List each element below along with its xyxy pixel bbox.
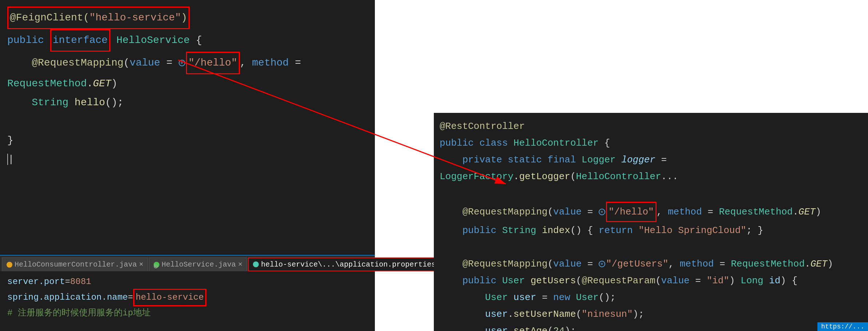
code-line-2: public interface HelloService { — [7, 29, 368, 52]
code-line-7: | — [7, 150, 368, 169]
tab-hello-consumer-controller[interactable]: HelloConsumerController.java × — [2, 257, 148, 271]
tab-icon-java-2: ⊙ — [154, 262, 159, 268]
right-line-2: public class HelloController { — [440, 135, 862, 151]
code-line-3: @RequestMapping(value = ⊕"/hello", metho… — [7, 52, 368, 93]
globe-icon-2: ⊕ — [599, 209, 605, 215]
get-method-3: GET — [810, 259, 828, 269]
value-param-2: value — [553, 206, 582, 217]
user-var-3: user — [485, 326, 508, 331]
value-param-3: value — [553, 259, 582, 269]
tab-close-2[interactable]: × — [238, 260, 242, 269]
method-param-2: method — [668, 206, 702, 217]
keyword-public-2: public — [440, 138, 474, 149]
globe-icon-1: ⊕ — [179, 60, 185, 66]
keyword-public-4: public — [462, 275, 496, 286]
keyword-new: new — [553, 292, 570, 303]
get-method-2: GET — [798, 206, 816, 217]
class-helloservice: HelloService — [116, 35, 190, 46]
left-code-panel: @FeignClient("hello-service") public int… — [0, 0, 375, 255]
status-bar: https://... — [817, 322, 868, 331]
right-line-3: private static final Logger logger = Log… — [440, 151, 862, 185]
tab-hello-service[interactable]: ⊙ HelloService.java × — [149, 257, 247, 271]
tab-label-1: HelloConsumerController.java — [15, 260, 137, 269]
props-line-2: spring.application.name=hello-service — [7, 289, 368, 306]
right-code-panel: @RestController public class HelloContro… — [434, 113, 868, 331]
code-line-4: String hello(); — [7, 93, 368, 112]
keyword-class: class — [479, 138, 508, 149]
prop-key-name: spring.application.name — [7, 292, 128, 302]
ninesun-string: "ninesun" — [582, 309, 633, 320]
hello-controller-ref: HelloController — [576, 171, 661, 182]
tab-icon-java — [7, 262, 12, 268]
globe-icon-3: ⊕ — [599, 261, 605, 267]
keyword-static: static — [508, 154, 542, 165]
user-constructor: User — [576, 292, 599, 303]
tab-bar: HelloConsumerController.java × ⊙ HelloSe… — [0, 255, 375, 271]
props-line-1: server.port=8081 — [7, 275, 368, 289]
keyword-private: private — [462, 154, 502, 165]
requestmethod-class: RequestMethod — [7, 78, 87, 89]
logger-var: logger — [621, 154, 655, 165]
hello-springcloud-string: "Hello SpringCloud" — [638, 225, 746, 236]
code-line-1: @FeignClient("hello-service") — [7, 7, 368, 29]
param-method: method — [252, 57, 289, 68]
logger-class: Logger — [582, 154, 616, 165]
requestmethod-2: RequestMethod — [719, 206, 793, 217]
index-method: index — [542, 225, 570, 236]
hello-path-box: "/hello" — [186, 52, 240, 74]
tab-label-2: HelloService.java — [162, 260, 236, 269]
user-class-ref: User — [485, 292, 508, 303]
right-code-area: @RestController public class HelloContro… — [434, 113, 868, 331]
tab-icon-props — [253, 261, 259, 267]
right-line-5: @RequestMapping(value = ⊕"/hello", metho… — [440, 202, 862, 222]
age-value: 24 — [553, 326, 564, 331]
user-var: user — [514, 292, 536, 303]
properties-panel: server.port=8081 spring.application.name… — [0, 271, 375, 331]
annotation-request-param: @RequestParam — [582, 275, 655, 286]
right-line-7 — [440, 239, 862, 256]
feign-client-box: @FeignClient("hello-service") — [7, 7, 190, 29]
right-line-4 — [440, 185, 862, 202]
keyword-interface-box: interface — [50, 29, 110, 52]
right-line-1: @RestController — [440, 118, 862, 135]
get-logger-method: getLogger — [519, 171, 570, 182]
right-line-12: user.setAge(24); — [440, 323, 862, 331]
set-username-method: setUserName — [514, 309, 576, 320]
code-line-5 — [7, 112, 368, 131]
annotation-rm-getusers: @RequestMapping — [462, 259, 547, 269]
right-line-10: User user = new User(); — [440, 289, 862, 306]
string-type: String — [32, 97, 68, 108]
annotation-requestmapping: @RequestMapping — [32, 57, 123, 68]
user-var-2: user — [485, 309, 508, 320]
string-return-type: String — [502, 225, 536, 236]
right-hello-path-box: "/hello" — [606, 202, 657, 222]
keyword-public-3: public — [462, 225, 496, 236]
value-param-4: value — [661, 275, 690, 286]
left-code-area: @FeignClient("hello-service") public int… — [0, 0, 375, 176]
right-line-8: @RequestMapping(value = ⊕"/getUsers", me… — [440, 256, 862, 272]
props-line-4 — [7, 320, 368, 331]
method-param-3: method — [680, 259, 714, 269]
requestmethod-3: RequestMethod — [731, 259, 805, 269]
set-age-method: setAge — [514, 326, 548, 331]
get-users-method: getUsers — [531, 275, 576, 286]
get-users-path: "/getUsers" — [606, 259, 669, 269]
keyword-return: return — [599, 225, 633, 236]
tab-close-1[interactable]: × — [139, 260, 143, 269]
class-hello-controller: HelloController — [514, 138, 599, 149]
annotation-feign: @FeignClient("hello-service") — [7, 12, 190, 23]
prop-val-port: 8081 — [70, 277, 91, 287]
user-return-type: User — [502, 275, 525, 286]
long-type: Long — [741, 275, 763, 286]
get-method: GET — [93, 78, 111, 89]
id-param-string: "id" — [706, 275, 729, 286]
annotation-rm-hello: @RequestMapping — [462, 206, 547, 217]
logger-factory: LoggerFactory — [440, 171, 514, 182]
keyword-final: final — [547, 154, 576, 165]
prop-comment: # 注册服务的时候使用服务的ip地址 — [7, 308, 151, 318]
rest-controller-annotation: @RestController — [440, 121, 525, 132]
param-value: value — [130, 57, 160, 68]
right-line-9: public User getUsers(@RequestParam(value… — [440, 272, 862, 289]
prop-val-name-box: hello-service — [133, 289, 206, 306]
tab-application-properties[interactable]: hello-service\...\application.properties… — [248, 257, 447, 271]
